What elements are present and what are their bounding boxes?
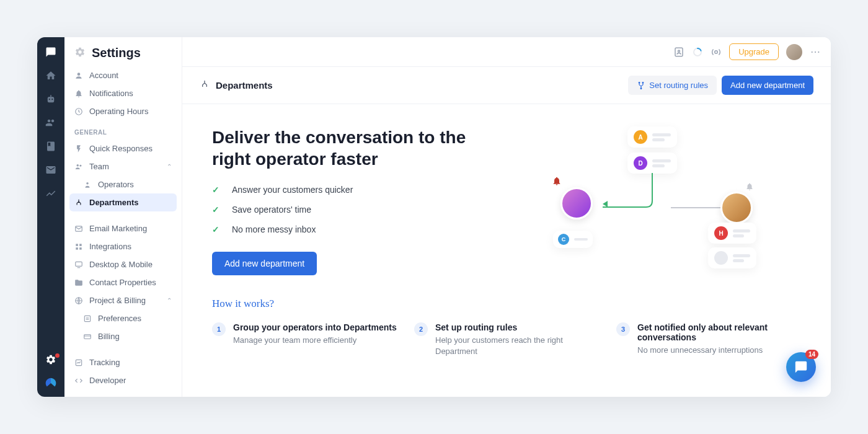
topbar-broadcast-icon[interactable] [711, 46, 722, 58]
step-title: Group your operators into Departments [233, 322, 397, 332]
step-1: 1 Group your operators into Departments … [212, 322, 397, 357]
department-icon [74, 198, 83, 207]
chat-icon [794, 360, 808, 374]
topbar-contacts-icon[interactable] [673, 46, 684, 58]
feature-list: ✓Answer your customers quicker ✓Save ope… [212, 185, 497, 234]
settings-title: Settings [92, 46, 141, 60]
person-icon [74, 71, 83, 80]
upgrade-button[interactable]: Upgrade [729, 43, 779, 60]
content-area: Upgrade ⋯ Departments Set routing rules … [182, 37, 831, 397]
nav-book-icon[interactable] [45, 140, 57, 153]
badge-blank [714, 251, 728, 265]
step-number: 1 [212, 322, 226, 336]
card-icon [83, 332, 92, 341]
sidebar-label: Preferences [98, 314, 141, 323]
svg-point-26 [715, 50, 718, 53]
step-number: 3 [616, 322, 630, 336]
sidebar-item-quick-responses[interactable]: Quick Responses [64, 140, 182, 157]
main-navbar [37, 37, 64, 397]
svg-rect-10 [76, 244, 78, 246]
nav-users-icon[interactable] [45, 117, 57, 129]
page-title: Departments [216, 80, 273, 91]
svg-point-4 [78, 73, 81, 76]
sidebar-label: Departments [89, 198, 138, 207]
svg-point-29 [640, 87, 642, 89]
nav-chat-icon[interactable] [45, 46, 57, 58]
svg-point-24 [678, 50, 680, 52]
chat-fab[interactable]: 14 [786, 352, 816, 382]
clock-icon [74, 107, 83, 116]
app-frame: Settings Account Notifications Operating… [37, 37, 831, 397]
step-desc: Help your customers reach the right Depa… [435, 335, 599, 357]
step-3: 3 Get notified only about relevant conve… [616, 322, 801, 357]
code-icon [74, 376, 83, 385]
team-icon [74, 162, 83, 171]
sidebar-item-notifications[interactable]: Notifications [64, 84, 182, 102]
chevron-up-icon: ⌃ [167, 163, 172, 170]
sidebar-label: Integrations [89, 242, 131, 251]
svg-rect-17 [84, 316, 90, 321]
sidebar-item-email-marketing[interactable]: Email Marketing [64, 219, 182, 237]
bell-icon [74, 89, 83, 98]
nav-analytics-icon[interactable] [45, 187, 57, 200]
sidebar-item-integrations[interactable]: Integrations [64, 237, 182, 255]
nav-mail-icon[interactable] [45, 164, 57, 176]
sidebar-item-departments[interactable]: Departments [69, 193, 177, 211]
how-it-works-section: How it works? 1 Group your operators int… [212, 298, 801, 357]
svg-rect-14 [76, 262, 82, 266]
fab-badge: 14 [805, 350, 818, 359]
nav-bot-icon[interactable] [45, 93, 57, 105]
folder-icon [74, 278, 83, 287]
sidebar-item-preferences[interactable]: Preferences [64, 309, 182, 327]
operator-icon [83, 180, 92, 189]
sidebar-label: Project & Billing [89, 296, 146, 305]
device-icon [74, 260, 83, 269]
badge-d: D [634, 156, 647, 170]
sidebar-item-tracking[interactable]: Tracking [64, 353, 182, 371]
mail-icon [74, 224, 83, 233]
sidebar-label: Operators [98, 180, 134, 189]
check-icon: ✓ [212, 224, 223, 234]
page-header: Departments Set routing rules Add new de… [182, 67, 831, 104]
sidebar-item-operators[interactable]: Operators [64, 175, 182, 193]
sidebar-item-project-billing[interactable]: Project & Billing ⌃ [64, 291, 182, 309]
settings-gear-icon [74, 46, 86, 60]
svg-rect-0 [48, 97, 55, 102]
preferences-icon [83, 314, 92, 323]
sidebar-item-team[interactable]: Team ⌃ [64, 157, 182, 175]
step-title: Set up routing rules [435, 322, 599, 332]
add-department-button-hero[interactable]: Add new department [212, 252, 317, 275]
how-it-works-title: How it works? [212, 298, 801, 310]
tracking-icon [74, 358, 83, 367]
svg-point-6 [77, 164, 79, 166]
sidebar-item-developer[interactable]: Developer [64, 371, 182, 389]
nav-settings-icon[interactable] [45, 353, 57, 366]
sidebar-label: Tracking [89, 358, 120, 367]
sidebar-item-desktop-mobile[interactable]: Desktop & Mobile [64, 255, 182, 273]
routing-card-h: H [708, 223, 756, 244]
nav-logo-icon[interactable] [45, 377, 57, 389]
step-desc: Manage your team more efficiently [233, 335, 397, 346]
sidebar-item-account[interactable]: Account [64, 66, 182, 84]
bolt-icon [74, 144, 83, 153]
nav-home-icon[interactable] [45, 69, 57, 82]
sidebar-label: Quick Responses [89, 144, 153, 153]
bell-alert-icon [552, 176, 562, 188]
sidebar-item-operating-hours[interactable]: Operating Hours [64, 102, 182, 120]
user-avatar[interactable] [786, 44, 802, 60]
hero-headline: Deliver the conversation to the right op… [212, 126, 497, 170]
settings-sidebar: Settings Account Notifications Operating… [64, 37, 182, 397]
svg-rect-12 [76, 247, 78, 250]
check-icon: ✓ [212, 185, 223, 195]
sidebar-item-contact-properties[interactable]: Contact Properties [64, 273, 182, 291]
add-department-button-header[interactable]: Add new department [722, 76, 813, 95]
more-menu-icon[interactable]: ⋯ [810, 46, 821, 58]
set-routing-rules-button[interactable]: Set routing rules [628, 76, 717, 95]
svg-rect-11 [79, 244, 82, 246]
sidebar-label: Account [89, 71, 118, 80]
topbar-progress-icon[interactable] [692, 46, 703, 58]
svg-rect-20 [84, 334, 91, 339]
sidebar-header: Settings [64, 37, 182, 66]
sidebar-item-billing[interactable]: Billing [64, 327, 182, 345]
svg-marker-30 [603, 201, 608, 207]
